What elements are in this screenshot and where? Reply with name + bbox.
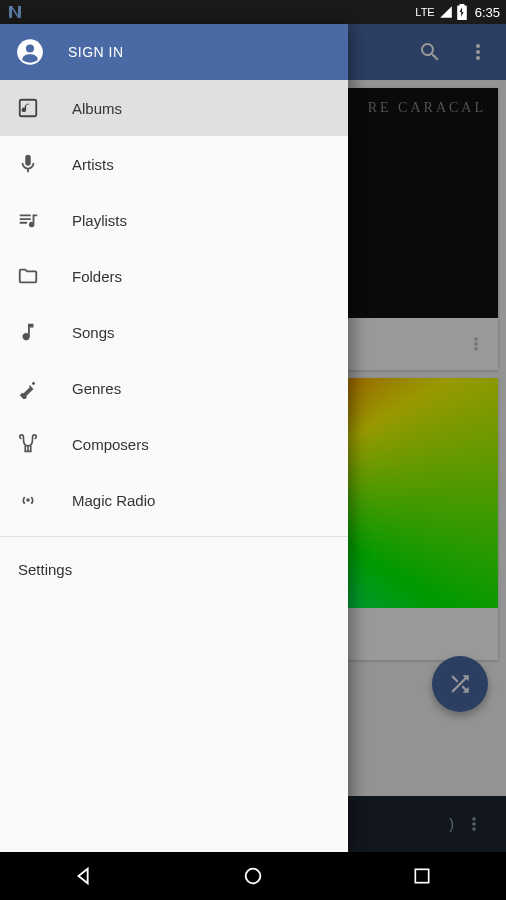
svg-point-1	[26, 44, 34, 52]
status-icons: LTE 6:35	[415, 4, 500, 20]
drawer-item-albums[interactable]: Albums	[0, 80, 348, 136]
drawer-item-label: Songs	[72, 324, 115, 341]
drawer-item-label: Genres	[72, 380, 121, 397]
drawer-item-composers[interactable]: Composers	[0, 416, 348, 472]
nav-drawer: SIGN IN Albums Artists Playlists Folders…	[0, 24, 348, 852]
playlist-icon	[16, 208, 40, 232]
battery-charging-icon	[457, 4, 467, 20]
android-nav-bar	[0, 852, 506, 900]
lyre-icon	[16, 432, 40, 456]
drawer-item-label: Artists	[72, 156, 114, 173]
folder-icon	[16, 264, 40, 288]
drawer-item-label: Albums	[72, 100, 122, 117]
drawer-item-songs[interactable]: Songs	[0, 304, 348, 360]
account-icon	[16, 38, 44, 66]
drawer-item-playlists[interactable]: Playlists	[0, 192, 348, 248]
drawer-item-genres[interactable]: Genres	[0, 360, 348, 416]
trumpet-icon	[16, 376, 40, 400]
svg-rect-2	[20, 100, 37, 117]
drawer-settings[interactable]: Settings	[0, 545, 348, 594]
note-icon	[16, 320, 40, 344]
recents-icon	[412, 866, 432, 886]
mic-icon	[16, 152, 40, 176]
back-icon	[73, 865, 95, 887]
divider	[0, 536, 348, 537]
status-bar: LTE 6:35	[0, 0, 506, 24]
sign-in-label: SIGN IN	[68, 44, 124, 60]
home-button[interactable]	[213, 852, 293, 900]
svg-rect-4	[415, 869, 428, 882]
android-n-icon	[6, 3, 24, 21]
radio-icon	[16, 488, 40, 512]
clock: 6:35	[475, 5, 500, 20]
drawer-item-label: Playlists	[72, 212, 127, 229]
drawer-item-magic-radio[interactable]: Magic Radio	[0, 472, 348, 528]
recents-button[interactable]	[382, 852, 462, 900]
drawer-item-artists[interactable]: Artists	[0, 136, 348, 192]
home-icon	[242, 865, 264, 887]
svg-point-3	[246, 869, 261, 884]
drawer-item-label: Composers	[72, 436, 149, 453]
drawer-header[interactable]: SIGN IN	[0, 24, 348, 80]
back-button[interactable]	[44, 852, 124, 900]
lte-label: LTE	[415, 6, 434, 18]
drawer-item-folders[interactable]: Folders	[0, 248, 348, 304]
drawer-item-label: Folders	[72, 268, 122, 285]
drawer-item-label: Magic Radio	[72, 492, 155, 509]
album-icon	[16, 96, 40, 120]
signal-icon	[439, 5, 453, 19]
